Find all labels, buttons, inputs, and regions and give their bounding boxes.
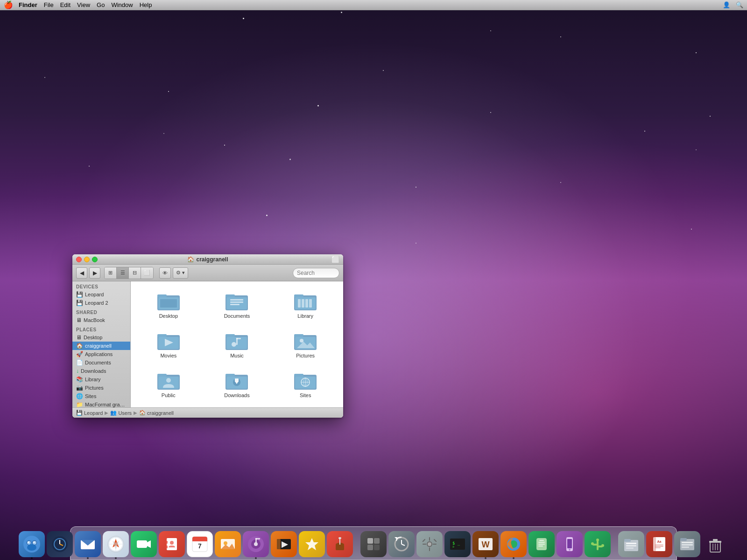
svg-rect-149	[713, 539, 718, 541]
svg-text:W: W	[482, 540, 490, 549]
folder-pictures[interactable]: Pictures	[272, 326, 338, 363]
svg-point-56	[34, 542, 35, 543]
hdd2-icon: 💾	[76, 300, 83, 306]
svg-rect-95	[367, 538, 373, 544]
svg-rect-22	[226, 334, 235, 337]
apple-menu[interactable]: 🍎	[4, 0, 13, 9]
svg-rect-97	[367, 545, 373, 550]
sidebar-item-documents[interactable]: 📄 Documents	[72, 358, 130, 367]
content-area: Desktop Documents	[131, 281, 343, 407]
sidebar-item-sites[interactable]: 🌐 Sites	[72, 392, 130, 400]
svg-rect-123	[567, 539, 572, 548]
sidebar-item-downloads[interactable]: ↓ Downloads	[72, 367, 130, 375]
svg-rect-146	[682, 546, 689, 548]
dock-item-downloads-stack[interactable]	[674, 531, 700, 558]
downloads-folder-icon	[225, 370, 249, 391]
folder-sites[interactable]: Sites	[272, 365, 338, 403]
sidebar-item-macformat[interactable]: 📁 MacFormat grab c...	[72, 400, 130, 407]
sites-label: Sites	[300, 392, 311, 398]
window-title: 🏠 craiggranell	[187, 256, 228, 263]
menu-help[interactable]: Help	[140, 1, 152, 8]
forward-button[interactable]: ▶	[89, 267, 100, 279]
folder-downloads[interactable]: Downloads	[204, 365, 270, 403]
dock-item-dashboard[interactable]	[47, 531, 73, 558]
zoom-button[interactable]: ⬜	[331, 256, 339, 263]
sidebar-item-macbook[interactable]: 🖥 MacBook	[72, 316, 130, 324]
view-icon-button[interactable]: ⊞	[105, 267, 117, 279]
maximize-button[interactable]	[92, 257, 98, 262]
dock-item-trash[interactable]	[702, 531, 728, 558]
folder-desktop[interactable]: Desktop	[135, 286, 202, 323]
dock-item-systemprefs[interactable]	[416, 531, 443, 558]
dock-item-iphonesim[interactable]	[557, 531, 583, 558]
dock-item-iphoto[interactable]	[215, 531, 241, 558]
dock-item-skype[interactable]	[529, 531, 555, 558]
sidebar-item-applications[interactable]: 🚀 Applications	[72, 350, 130, 358]
svg-rect-108	[433, 544, 437, 545]
dock-item-finder[interactable]	[19, 531, 45, 558]
svg-point-80	[224, 541, 227, 545]
svg-rect-137	[653, 537, 656, 551]
menu-finder[interactable]: Finder	[19, 1, 37, 8]
search-input[interactable]	[293, 268, 339, 278]
menu-edit[interactable]: Edit	[60, 1, 70, 8]
sidebar-item-home[interactable]: 🏠 craiggranell	[72, 342, 130, 350]
dock-item-writer[interactable]: W	[472, 531, 499, 558]
dock-item-timemachine[interactable]	[388, 531, 415, 558]
dock-item-imovie[interactable]	[271, 531, 297, 558]
dock-item-safari[interactable]	[103, 531, 129, 558]
breadcrumb-users[interactable]: 👥 Users	[110, 410, 132, 416]
dock-item-ical[interactable]: 7	[187, 531, 213, 558]
action-button[interactable]: ⚙ ▾	[173, 267, 188, 279]
finder-main: DEVICES 💾 Leopard 💾 Leopard 2 SHARED 🖥 M…	[72, 281, 343, 407]
dock-item-addressbook[interactable]	[159, 531, 185, 558]
eye-button[interactable]: 👁	[159, 267, 171, 279]
folder-movies[interactable]: Movies	[135, 326, 202, 363]
menu-go[interactable]: Go	[97, 1, 105, 8]
view-list-button[interactable]: ☰	[117, 267, 129, 279]
library-icon: 📚	[76, 376, 83, 383]
menu-file[interactable]: File	[44, 1, 54, 8]
svg-rect-13	[298, 299, 301, 308]
dock-item-terminal[interactable]: $ _>	[444, 531, 471, 558]
svg-rect-86	[255, 538, 260, 539]
dock-item-garageband[interactable]	[327, 531, 353, 558]
view-coverflow-button[interactable]: ⬜	[141, 267, 153, 279]
sidebar-item-leopard2[interactable]: 💾 Leopard 2	[72, 299, 130, 307]
svg-rect-73	[166, 546, 168, 548]
breadcrumb-leopard[interactable]: 💾 Leopard	[76, 410, 103, 416]
breadcrumb-home[interactable]: 🏠 craiggranell	[139, 410, 174, 416]
folder-icon-1: 📁	[76, 401, 83, 407]
dock-item-reeder[interactable]	[299, 531, 325, 558]
view-column-button[interactable]: ⊟	[129, 267, 141, 279]
firefox-active-dot	[513, 557, 514, 559]
folder-public[interactable]: Public	[135, 365, 202, 403]
user-icon[interactable]: 👤	[723, 1, 730, 8]
music-folder-icon	[225, 330, 249, 351]
dock-item-dictionary[interactable]: Aa	[646, 531, 672, 558]
minimize-button[interactable]	[84, 257, 90, 262]
menu-window[interactable]: Window	[111, 1, 133, 8]
folder-library[interactable]: Library	[272, 286, 338, 323]
finder-window: 🏠 craiggranell ⬜ ◀ ▶ ⊞ ☰ ⊟ ⬜ 👁 ⚙ ▾	[72, 254, 343, 418]
dock-item-fusion[interactable]	[360, 531, 387, 558]
movies-label: Movies	[160, 353, 176, 358]
dock-item-filemanager[interactable]	[618, 531, 644, 558]
back-button[interactable]: ◀	[76, 267, 87, 279]
svg-point-128	[591, 542, 594, 545]
home-icon: 🏠	[76, 343, 83, 349]
folder-documents[interactable]: Documents	[204, 286, 270, 323]
dock-item-itunes[interactable]	[243, 531, 269, 558]
sidebar-item-pictures[interactable]: 📷 Pictures	[72, 384, 130, 392]
sidebar-item-desktop[interactable]: 🖥 Desktop	[72, 333, 130, 342]
menu-view[interactable]: View	[77, 1, 90, 8]
dock-item-facetime[interactable]	[131, 531, 157, 558]
folder-music[interactable]: Music	[204, 326, 270, 363]
sidebar-item-leopard[interactable]: 💾 Leopard	[72, 290, 130, 299]
spotlight-icon[interactable]: 🔍	[736, 1, 743, 8]
dock-item-cactus[interactable]	[585, 531, 611, 558]
close-button[interactable]	[76, 257, 82, 262]
dock-item-mail[interactable]	[75, 531, 101, 558]
dock-item-firefox[interactable]	[500, 531, 527, 558]
sidebar-item-library[interactable]: 📚 Library	[72, 375, 130, 384]
